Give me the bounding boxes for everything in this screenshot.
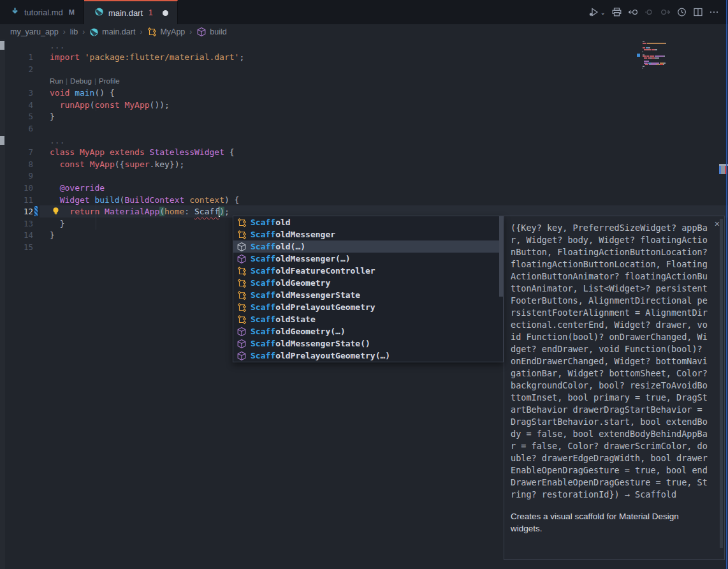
gutter-marker [33,241,41,253]
close-icon[interactable]: × [715,219,720,229]
code-line-content[interactable]: Widget build(BuildContext context) { [41,194,728,206]
token: StatelessWidget [150,147,224,157]
indent-guide [96,218,96,230]
suggest-label: ScaffoldGeometry [251,278,330,288]
suggest-label: ScaffoldState [251,314,316,324]
tab-bar: tutorial.md M main.dart 1 ⌄ [0,0,728,24]
code-line-content[interactable]: import 'package:flutter/material.dart'; [41,52,728,64]
token: : [184,207,194,216]
constructor-icon [237,339,247,349]
suggest-item-Scaffold[interactable]: Scaffold(…) [233,240,503,253]
line-number: 13 [0,219,33,228]
token [50,183,60,193]
timeline-icon[interactable] [676,7,687,17]
token [85,159,90,169]
breadcrumb-item-my_yaru_app[interactable]: my_yaru_app [10,27,59,36]
token: extends [110,147,145,157]
more-actions-icon[interactable] [709,7,719,17]
suggest-item-ScaffoldPrelayoutGeometry[interactable]: ScaffoldPrelayoutGeometry [233,301,503,313]
code-line-6: 6 [0,122,728,135]
token: ( [120,195,125,205]
code-line-content[interactable] [41,63,728,75]
code-line-content[interactable]: } [41,111,728,123]
token [69,88,75,98]
token: main [75,88,94,98]
run-or-debug-icon[interactable]: ⌄ [588,7,606,17]
print-icon[interactable] [611,7,622,17]
line-number: 15 [0,242,33,252]
class-icon [237,278,247,288]
breadcrumb-item-build[interactable]: build [196,27,226,37]
codelens-content[interactable]: Run|Debug|Profile [41,75,728,87]
gutter-marker [33,158,41,170]
breadcrumb-separator: › [189,27,192,36]
unsaved-dot-icon[interactable] [163,10,168,16]
suggest-item-ScaffoldGeometry[interactable]: ScaffoldGeometry [233,277,503,289]
suggest-item-ScaffoldGeometry[interactable]: ScaffoldGeometry(…) [233,325,503,337]
suggest-label: ScaffoldMessengerState() [251,339,370,348]
suggest-scrollbar[interactable] [499,216,503,297]
suggest-item-ScaffoldMessenger[interactable]: ScaffoldMessenger [233,228,503,240]
suggest-item-Scaffold[interactable]: Scaffold [233,216,503,228]
token: } [50,112,55,121]
line-number: 6 [0,124,33,133]
line-number: 10 [0,183,33,193]
dart-icon [94,7,104,18]
docs-scrollbar[interactable] [720,219,723,548]
minimap[interactable] [643,41,725,71]
codelens-debug-link[interactable]: Debug [70,77,92,85]
signature-text: ({Key? key, PreferredSizeWidget? appBar,… [511,222,708,501]
breadcrumb-item-MyApp[interactable]: MyApp [147,27,185,37]
line-number: 3 [0,88,33,98]
breadcrumb-item-main.dart[interactable]: main.dart [89,27,135,37]
suggest-widget: ScaffoldScaffoldMessengerScaffold(…)Scaf… [233,216,504,362]
suggest-item-ScaffoldState[interactable]: ScaffoldState [233,313,503,325]
navigate-forward-icon [660,7,671,17]
chevron-down-icon: ⌄ [601,9,606,16]
suggest-label: Scaffold [251,218,291,227]
gutter-marker [33,52,41,64]
codelens-run-link[interactable]: Run [50,77,63,85]
code-line-content[interactable]: class MyApp extends StatelessWidget { [41,146,728,158]
code-line-content[interactable] [41,122,728,135]
token: ; [239,52,244,62]
class-icon [237,230,247,240]
suggest-label: ScaffoldGeometry(…) [251,327,346,336]
line-number: 5 [0,112,33,121]
token [75,147,80,157]
code-line-content[interactable]: void main() { [41,87,728,99]
suggest-item-ScaffoldMessengerState[interactable]: ScaffoldMessengerState [233,289,503,301]
code-line-content[interactable]: const MyApp({super.key}); [41,158,728,170]
codelens-profile-link[interactable]: Profile [99,77,120,85]
code-line-content[interactable]: runApp(const MyApp()); [41,99,728,111]
gutter-marker [33,205,41,218]
tab-main-dart[interactable]: main.dart 1 [84,0,178,24]
suggest-item-ScaffoldFeatureController[interactable]: ScaffoldFeatureController [233,265,503,277]
folded-region-row: ... [0,40,728,52]
gutter-marker [33,135,41,147]
code-line-content[interactable] [41,170,728,182]
token: super [124,159,149,169]
breadcrumb-item-lib[interactable]: lib [70,27,78,36]
gutter-marker [33,146,41,158]
suggest-item-ScaffoldPrelayoutGeometry[interactable]: ScaffoldPrelayoutGeometry(…) [233,350,503,362]
code-line-content[interactable]: @override [41,182,728,194]
code-line-content[interactable]: ... [41,135,728,147]
token [50,100,60,110]
token: @override [60,183,105,193]
navigate-back-icon[interactable] [628,7,639,17]
suggest-item-ScaffoldMessengerState[interactable]: ScaffoldMessengerState() [233,337,503,350]
token [120,100,125,110]
token: return [69,207,99,216]
code-line-2: 2 [0,63,728,75]
suggest-item-ScaffoldMessenger[interactable]: ScaffoldMessenger(…) [233,253,503,265]
token: } [50,219,64,228]
code-line-content[interactable]: ... [41,40,728,52]
token: ( [159,207,164,216]
line-number: 4 [0,100,33,110]
tab-tutorial-md[interactable]: tutorial.md M [0,0,84,24]
token: 'package:flutter/material.dart' [85,52,240,62]
gutter-marker [33,75,41,87]
split-editor-icon[interactable] [693,7,703,17]
code-line-7: 7class MyApp extends StatelessWidget { [0,146,728,158]
